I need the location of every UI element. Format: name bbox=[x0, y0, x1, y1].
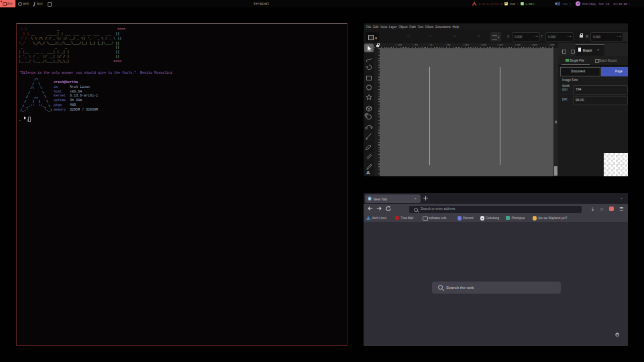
svg-text:A: A bbox=[366, 170, 370, 176]
